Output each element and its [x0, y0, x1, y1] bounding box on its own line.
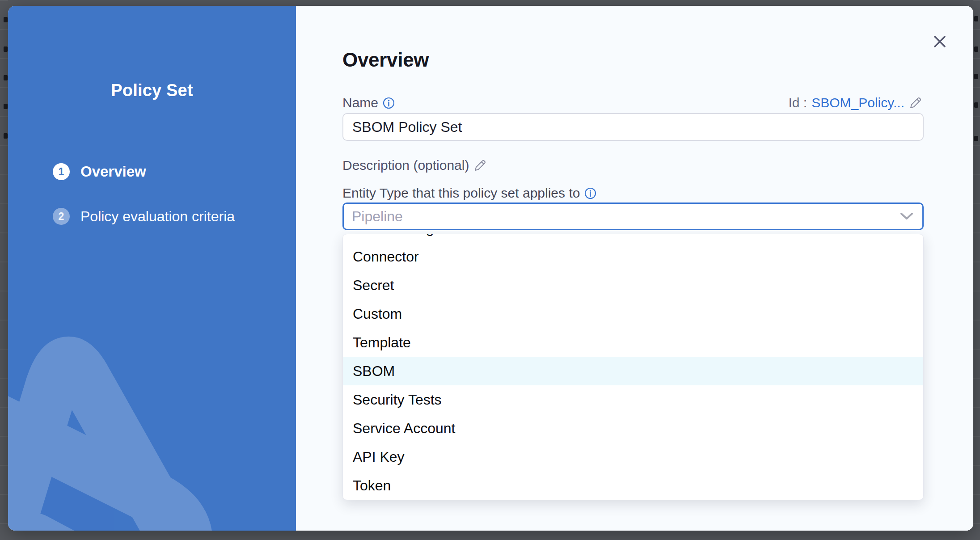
entity-id-row: Id : SBOM_Policy... [788, 95, 922, 110]
dropdown-option[interactable]: Secret [343, 271, 923, 300]
id-value-link[interactable]: SBOM_Policy... [811, 95, 904, 110]
wizard-step-overview[interactable]: 1 Overview [53, 163, 146, 180]
dropdown-option[interactable]: Service Account [343, 414, 923, 443]
wizard-step-policy-evaluation-criteria[interactable]: 2 Policy evaluation criteria [53, 208, 235, 225]
dropdown-option[interactable]: Custom [343, 300, 923, 328]
panel-heading: Overview [342, 49, 429, 71]
policy-set-modal: Policy Set 1 Overview 2 Policy evaluatio… [8, 6, 973, 531]
dropdown-option[interactable]: API Key [343, 443, 923, 471]
edit-pencil-icon[interactable] [909, 96, 922, 110]
background-text-fragments-left [4, 17, 8, 22]
chevron-down-icon [899, 212, 914, 221]
background-text-fragments-right [974, 16, 978, 21]
overview-panel: Overview Name Id : SBOM_Policy... [296, 6, 973, 531]
entity-type-dropdown: Feature Flag ConnectorSecretCustomTempla… [342, 234, 924, 500]
dimmed-page-left-edge [0, 0, 8, 540]
wizard-sidebar: Policy Set 1 Overview 2 Policy evaluatio… [8, 6, 296, 531]
dropdown-option[interactable]: Connector [343, 242, 923, 271]
entity-type-placeholder: Pipeline [352, 208, 899, 225]
dropdown-option[interactable]: Security Tests [343, 385, 923, 414]
dimmed-page-right-edge [973, 0, 980, 540]
info-icon[interactable] [584, 187, 596, 199]
info-icon[interactable] [383, 97, 395, 109]
step-number-badge: 1 [53, 163, 70, 180]
description-label-row: Description (optional) [342, 158, 487, 173]
entity-type-option-list: Feature Flag ConnectorSecretCustomTempla… [343, 234, 923, 500]
step-label: Overview [80, 163, 146, 180]
dropdown-option[interactable]: Template [343, 328, 923, 357]
entity-type-select[interactable]: Pipeline [342, 202, 924, 230]
dropdown-option[interactable]: Token [343, 471, 923, 500]
name-label: Name [342, 95, 378, 110]
step-label: Policy evaluation criteria [80, 208, 235, 225]
entity-type-label: Entity Type that this policy set applies… [342, 186, 580, 201]
wizard-title: Policy Set [8, 81, 296, 100]
harness-logo-watermark [8, 316, 296, 531]
name-label-row: Name [342, 95, 395, 110]
close-icon[interactable] [927, 29, 952, 54]
step-number-badge: 2 [53, 208, 70, 225]
dropdown-option[interactable]: SBOM [343, 357, 923, 385]
id-label: Id : [788, 95, 807, 110]
edit-pencil-icon[interactable] [473, 159, 487, 172]
entity-type-label-row: Entity Type that this policy set applies… [342, 186, 596, 201]
name-input[interactable] [342, 113, 924, 141]
dropdown-option-clipped[interactable]: Feature Flag [343, 234, 923, 242]
description-label: Description (optional) [342, 158, 469, 173]
